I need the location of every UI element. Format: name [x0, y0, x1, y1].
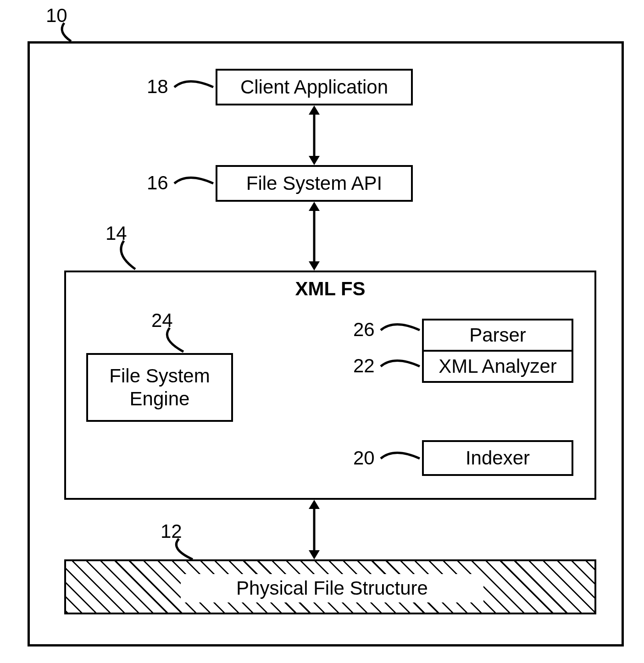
- xml-analyzer-box: XML Analyzer: [422, 350, 573, 383]
- xml-analyzer-label: XML Analyzer: [439, 355, 557, 378]
- callout-10: [55, 23, 92, 46]
- client-application-label: Client Application: [240, 76, 388, 99]
- physical-file-structure-label: Physical File Structure: [236, 577, 428, 600]
- callout-26: [381, 321, 422, 339]
- arrow-xmlfs-physical: [305, 500, 323, 559]
- parser-label: Parser: [469, 324, 526, 347]
- file-system-engine-label: File System Engine: [109, 365, 210, 411]
- file-system-engine-box: File System Engine: [86, 353, 233, 422]
- svg-marker-7: [309, 500, 320, 509]
- svg-marker-2: [309, 156, 320, 165]
- file-system-api-label: File System API: [246, 172, 382, 195]
- indexer-label: Indexer: [466, 447, 530, 470]
- svg-marker-5: [309, 261, 320, 271]
- svg-marker-8: [309, 550, 320, 559]
- physical-file-structure-box: Physical File Structure: [64, 559, 596, 614]
- callout-20: [381, 449, 422, 468]
- callout-24: [161, 328, 197, 355]
- callout-16: [174, 174, 216, 193]
- label-16: 16: [147, 172, 168, 194]
- label-20: 20: [353, 447, 375, 469]
- callout-14: [117, 241, 154, 273]
- arrow-client-api: [305, 105, 323, 165]
- xml-fs-title: XML FS: [66, 278, 594, 300]
- physical-file-structure-inner: Physical File Structure: [181, 574, 483, 602]
- arrow-api-xmlfs: [305, 202, 323, 271]
- callout-22: [381, 357, 422, 376]
- parser-box: Parser: [422, 319, 573, 352]
- file-system-api-box: File System API: [216, 165, 413, 202]
- label-26: 26: [353, 319, 375, 341]
- indexer-box: Indexer: [422, 440, 573, 476]
- label-18: 18: [147, 76, 168, 98]
- svg-marker-4: [309, 202, 320, 211]
- callout-18: [174, 78, 216, 96]
- svg-marker-1: [309, 105, 320, 115]
- label-22: 22: [353, 355, 375, 377]
- client-application-box: Client Application: [216, 69, 413, 105]
